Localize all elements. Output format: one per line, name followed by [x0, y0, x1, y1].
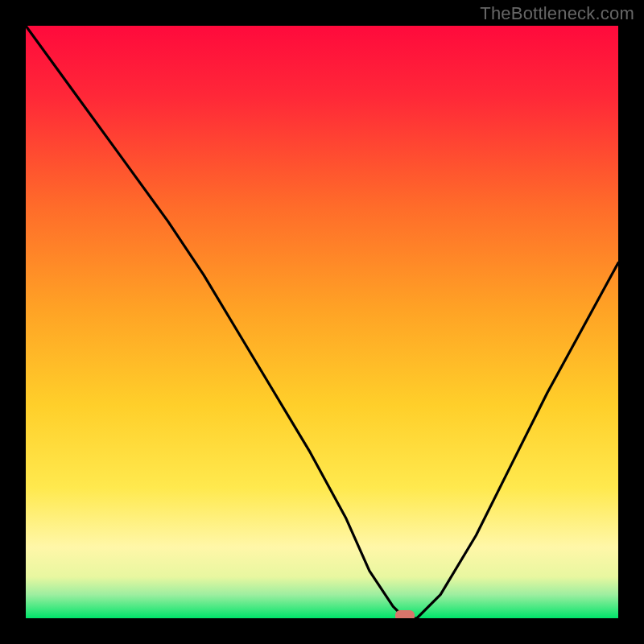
plot-area	[26, 26, 618, 618]
optimum-marker	[395, 610, 415, 618]
watermark-text: TheBottleneck.com	[480, 3, 634, 24]
chart-svg	[26, 26, 618, 618]
gradient-background	[26, 26, 618, 618]
chart-frame: TheBottleneck.com	[0, 0, 644, 644]
